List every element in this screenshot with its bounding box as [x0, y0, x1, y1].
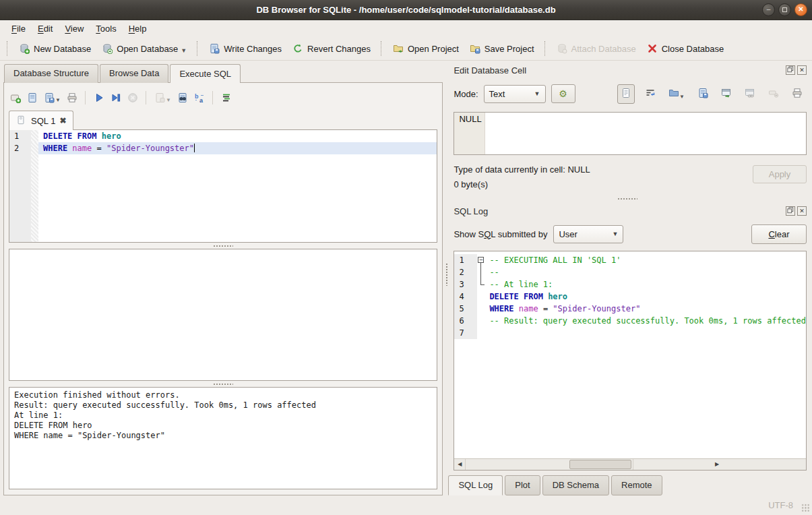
dropdown-arrow-icon[interactable]: ▼	[166, 97, 171, 103]
scrollbar-track[interactable]	[466, 459, 633, 470]
line-number: 6	[454, 315, 477, 327]
close-dock-icon[interactable]: ✕	[797, 65, 807, 75]
dock-tab-sql-log[interactable]: SQL Log	[448, 475, 503, 495]
print-cell-button[interactable]	[789, 85, 805, 103]
menu-file[interactable]: File	[5, 22, 32, 36]
find-replace-icon: ba	[194, 92, 205, 103]
find-button[interactable]	[177, 92, 188, 103]
results-grid[interactable]	[9, 249, 437, 381]
dock-tab-plot[interactable]: Plot	[505, 475, 540, 495]
toolbar-separator	[197, 41, 199, 56]
revert-changes-button[interactable]: Revert Changes	[287, 40, 376, 57]
cell-value-area[interactable]	[485, 113, 806, 154]
fold-marker-start[interactable]: −	[477, 254, 487, 266]
scrollbar-thumb[interactable]	[569, 460, 631, 469]
execute-all-button[interactable]	[94, 92, 104, 103]
cell-mode-row: Mode: Text ▼ ⚙ ▼	[454, 84, 807, 104]
editor-empty-area[interactable]	[9, 154, 437, 242]
dropdown-arrow-icon[interactable]: ▼	[181, 47, 187, 54]
open-sql-file-button[interactable]	[27, 92, 38, 103]
clear-log-button[interactable]: Clear	[751, 224, 807, 244]
open-project-button[interactable]: Open Project	[387, 40, 464, 57]
results-message-splitter[interactable]	[9, 381, 437, 387]
word-wrap-button[interactable]	[642, 85, 658, 103]
tab-execute-sql[interactable]: Execute SQL	[170, 64, 241, 83]
scroll-left-icon[interactable]: ◀	[454, 459, 466, 470]
menu-tools[interactable]: Tools	[90, 22, 122, 36]
menu-view[interactable]: View	[59, 22, 90, 36]
save-sql-file-button[interactable]: ▼	[44, 92, 61, 103]
save-results-button: ▼	[154, 92, 171, 103]
minimize-button[interactable]: –	[762, 3, 775, 16]
cell-value-editor[interactable]: NULL	[454, 112, 807, 155]
maximize-button[interactable]	[778, 3, 791, 16]
tab-browse-data[interactable]: Browse Data	[100, 64, 168, 83]
format-sql-button[interactable]	[221, 92, 232, 103]
sql-editor[interactable]: 1DELETE FROM hero2WHERE name = "Spider-Y…	[9, 129, 437, 243]
fold-margin	[477, 327, 487, 339]
write-changes-label: Write Changes	[224, 44, 282, 54]
line-number: 7	[454, 327, 477, 339]
sql-tab[interactable]: SQL 1 ✖	[9, 111, 73, 130]
panel-splitter[interactable]	[444, 61, 449, 495]
close-sql-tab-icon[interactable]: ✖	[59, 116, 66, 125]
attach-database-label: Attach Database	[571, 44, 636, 54]
open-database-button[interactable]: Open Database▼	[96, 40, 192, 57]
close-database-button[interactable]: Close Database	[642, 40, 730, 57]
auto-apply-button[interactable]: ⚙	[551, 84, 575, 103]
fold-margin	[31, 142, 38, 154]
scroll-right-icon[interactable]: ▶	[633, 459, 806, 470]
menu-help[interactable]: Help	[123, 22, 153, 36]
main-area: Database StructureBrowse DataExecute SQL…	[0, 61, 812, 495]
window-controls: – ✕	[762, 3, 807, 16]
line-number: 4	[454, 291, 477, 303]
text-mode-button[interactable]	[617, 84, 635, 104]
import-cell-data-button[interactable]: ▼	[666, 85, 687, 103]
close-database-label: Close Database	[662, 44, 724, 54]
open-in-external-button[interactable]	[718, 85, 735, 103]
editor-line-2[interactable]: 2WHERE name = "Spider-Youngster"	[9, 142, 437, 154]
titlebar: DB Browser for SQLite - /home/user/code/…	[0, 0, 812, 20]
encoding-indicator: UTF-8	[768, 500, 793, 510]
mode-combobox[interactable]: Text ▼	[484, 85, 546, 103]
float-dock-icon[interactable]	[786, 206, 795, 216]
log-filter-combobox[interactable]: User ▼	[553, 225, 623, 243]
toolbar-separator	[146, 91, 147, 104]
import-cell-data-icon	[668, 88, 679, 98]
stop-execution-icon	[127, 92, 138, 103]
execute-current-line-button[interactable]	[111, 92, 121, 103]
database-open-icon	[102, 43, 113, 54]
write-changes-icon	[209, 43, 220, 54]
menu-edit[interactable]: Edit	[32, 22, 59, 36]
dock-tab-remote[interactable]: Remote	[611, 475, 662, 495]
float-dock-icon[interactable]	[786, 65, 795, 75]
sql-log-box: 1−-- EXECUTING ALL IN 'SQL 1'2--3-- At l…	[454, 251, 807, 471]
sql-log-content[interactable]: 1−-- EXECUTING ALL IN 'SQL 1'2--3-- At l…	[454, 251, 806, 458]
close-dock-icon[interactable]: ✕	[797, 206, 807, 216]
save-project-button[interactable]: Save Project	[464, 40, 540, 57]
dock-tab-db-schema[interactable]: DB Schema	[542, 475, 609, 495]
export-cell-data-button[interactable]	[695, 85, 711, 103]
editor-blank	[38, 154, 437, 242]
line-number: 2	[454, 266, 477, 278]
editor-results-splitter[interactable]	[9, 243, 437, 249]
mode-value: Text	[489, 89, 505, 99]
editor-line-1[interactable]: 1DELETE FROM hero	[9, 130, 437, 142]
close-button[interactable]: ✕	[794, 3, 807, 16]
toolbar-separator	[212, 91, 214, 104]
find-replace-button[interactable]: ba	[194, 92, 205, 103]
code-text: WHERE name = "Spider-Youngster"	[487, 303, 806, 315]
new-database-button[interactable]: New Database	[13, 40, 96, 57]
write-changes-button[interactable]: Write Changes	[204, 40, 287, 57]
cell-log-splitter[interactable]	[448, 195, 807, 202]
main-toolbar: New DatabaseOpen Database▼Write ChangesR…	[0, 37, 812, 61]
chevron-down-icon: ▼	[612, 231, 618, 237]
print-sql-button[interactable]	[67, 92, 77, 103]
dropdown-arrow-icon[interactable]: ▼	[55, 97, 61, 103]
new-sql-tab-button[interactable]	[10, 92, 21, 103]
tab-database-structure[interactable]: Database Structure	[4, 64, 98, 83]
dropdown-arrow-icon[interactable]: ▼	[679, 94, 685, 100]
sql-log-header: SQL Log ✕	[454, 204, 807, 218]
resize-grip[interactable]	[801, 504, 810, 512]
log-horizontal-scrollbar[interactable]: ◀ ▶	[454, 458, 806, 470]
